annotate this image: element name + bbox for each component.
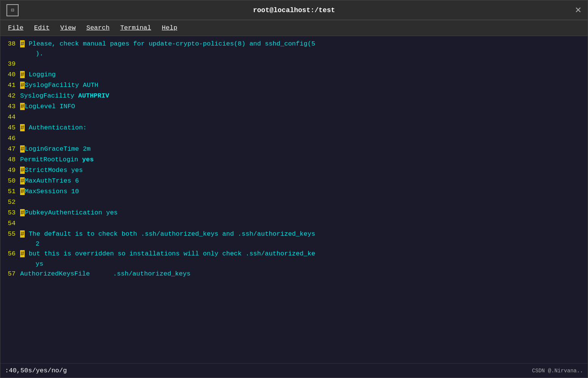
close-button[interactable]: ✕	[575, 6, 582, 14]
title-bar-left: ⊟	[6, 4, 19, 16]
menu-view[interactable]: View	[56, 23, 80, 33]
code-line-53: 53 #PubkeyAuthentication yes	[0, 208, 588, 219]
hash-marker: #	[20, 167, 25, 174]
code-line-41: 41 #SyslogFacility AUTH	[0, 80, 588, 91]
code-line-50: 50 #MaxAuthTries 6	[0, 176, 588, 187]
status-bar: :40,50s/yes/no/g CSDN @.Nirvana..	[0, 363, 588, 378]
code-line-49: 49 #StrictModes yes	[0, 165, 588, 176]
code-line-51: 51 #MaxSessions 10	[0, 187, 588, 197]
hash-marker: #	[20, 40, 25, 47]
hash-marker: #	[20, 230, 25, 238]
hash-marker: #	[20, 82, 25, 89]
terminal-content[interactable]: 38 # Please, check manual pages for upda…	[0, 36, 588, 363]
hash-marker: #	[20, 145, 25, 153]
window-title: root@localhost:/test	[253, 6, 335, 14]
code-line-39: 39	[0, 59, 588, 70]
terminal-window: ⊟ root@localhost:/test ✕ File Edit View …	[0, 0, 588, 378]
code-line-44: 44	[0, 112, 588, 123]
code-line-54: 54	[0, 219, 588, 229]
code-line-52: 52	[0, 197, 588, 208]
code-line-48: 48 PermitRootLogin yes	[0, 155, 588, 165]
menu-help[interactable]: Help	[157, 23, 182, 33]
code-line-40: 40 # Logging	[0, 70, 588, 80]
watermark: CSDN @.Nirvana..	[532, 368, 583, 374]
hash-marker: #	[20, 209, 25, 216]
hash-marker: #	[20, 71, 25, 78]
hash-marker: #	[20, 250, 25, 257]
code-line-57: 57 AuthorizedKeysFile .ssh/authorized_ke…	[0, 269, 588, 280]
menu-search[interactable]: Search	[82, 23, 114, 33]
code-line-43: 43 #LogLevel INFO	[0, 102, 588, 112]
code-line-47: 47 #LoginGraceTime 2m	[0, 144, 588, 155]
hash-marker: #	[20, 188, 25, 195]
terminal-icon: ⊟	[6, 4, 19, 16]
menu-bar: File Edit View Search Terminal Help	[0, 20, 588, 36]
hash-marker: #	[20, 177, 25, 184]
code-line-45: 45 # Authentication:	[0, 123, 588, 134]
vim-status: :40,50s/yes/no/g	[5, 367, 67, 374]
code-line-46: 46	[0, 134, 588, 144]
menu-edit[interactable]: Edit	[30, 23, 54, 33]
hash-marker: #	[20, 103, 25, 110]
code-line-38: 38 # Please, check manual pages for upda…	[0, 39, 588, 59]
hash-marker: #	[20, 124, 25, 131]
menu-terminal[interactable]: Terminal	[116, 23, 156, 33]
menu-file[interactable]: File	[3, 23, 28, 33]
code-line-56: 56 # but this is overridden so installat…	[0, 249, 588, 269]
title-bar: ⊟ root@localhost:/test ✕	[0, 0, 588, 20]
code-line-42: 42 SyslogFacility AUTHPRIV	[0, 91, 588, 102]
code-line-55: 55 # The default is to check both .ssh/a…	[0, 229, 588, 249]
